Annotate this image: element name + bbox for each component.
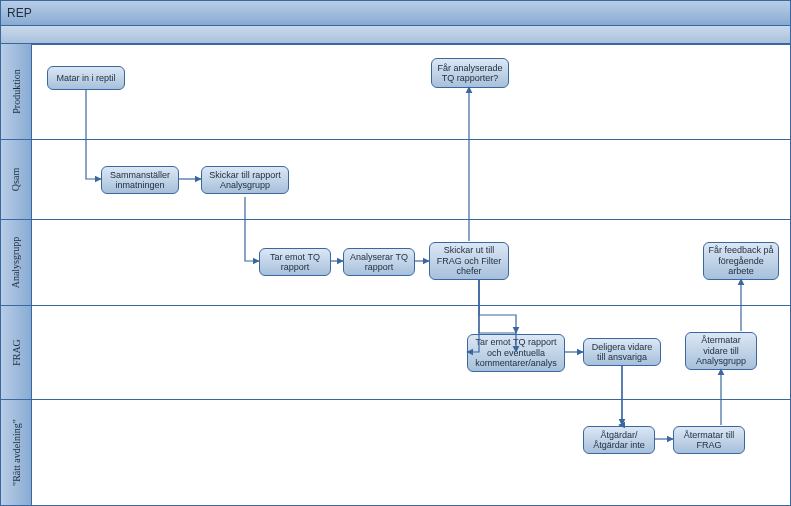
lane-label-qsam: Qsam <box>1 140 32 219</box>
lane-ratt: "Rätt avdelning" Åtgärdar/ Åtgärdar inte… <box>1 399 790 506</box>
node-n5: Tar emot TQ rapport <box>259 248 331 276</box>
lane-produktion: Produktion Matar in i reptil Får analyse… <box>1 43 790 139</box>
node-n7: Skickar ut till FRAG och Filter chefer <box>429 242 509 280</box>
node-n6: Analyserar TQ rapport <box>343 248 415 276</box>
title-bar: REP <box>1 1 790 26</box>
lane-frag: FRAG Tar emot TQ rapport och eventuella … <box>1 305 790 399</box>
lane-qsam: Qsam Sammanställer inmatningen Skickar t… <box>1 139 790 219</box>
node-n11: Återmatar vidare till Analysgrupp <box>685 332 757 370</box>
lane-body: Sammanställer inmatningen Skickar till r… <box>31 140 790 219</box>
node-n8: Får feedback på föregående arbete <box>703 242 779 280</box>
lane-label-produktion: Produktion <box>1 44 32 139</box>
node-n1: Matar in i reptil <box>47 66 125 90</box>
node-n13: Återmatar till FRAG <box>673 426 745 454</box>
diagram-title: REP <box>7 6 32 20</box>
lane-text: "Rätt avdelning" <box>11 419 22 486</box>
lane-body: Tar emot TQ rapport Analyserar TQ rappor… <box>31 220 790 305</box>
lane-body: Åtgärdar/ Åtgärdar inte Återmatar till F… <box>31 400 790 505</box>
lane-label-ratt: "Rätt avdelning" <box>1 400 32 505</box>
lane-text: Analysgrupp <box>11 237 22 289</box>
lane-text: Produktion <box>11 69 22 113</box>
swimlanes: Produktion Matar in i reptil Får analyse… <box>1 43 790 505</box>
node-n3: Sammanställer inmatningen <box>101 166 179 194</box>
node-n9: Tar emot TQ rapport och eventuella komme… <box>467 334 565 372</box>
lane-text: Qsam <box>11 168 22 191</box>
node-n10: Deligera vidare till ansvariga <box>583 338 661 366</box>
lane-analysgrupp: Analysgrupp Tar emot TQ rapport Analyser… <box>1 219 790 305</box>
lane-body: Tar emot TQ rapport och eventuella komme… <box>31 306 790 399</box>
node-n12: Åtgärdar/ Åtgärdar inte <box>583 426 655 454</box>
node-n4: Skickar till rapport Analysgrupp <box>201 166 289 194</box>
lane-text: FRAG <box>11 339 22 366</box>
diagram-frame: REP Produktion Matar in i reptil Får ana… <box>0 0 791 506</box>
lane-label-analysgrupp: Analysgrupp <box>1 220 32 305</box>
node-n2: Får analyserade TQ rapporter? <box>431 58 509 88</box>
lane-label-frag: FRAG <box>1 306 32 399</box>
lane-body: Matar in i reptil Får analyserade TQ rap… <box>31 44 790 139</box>
